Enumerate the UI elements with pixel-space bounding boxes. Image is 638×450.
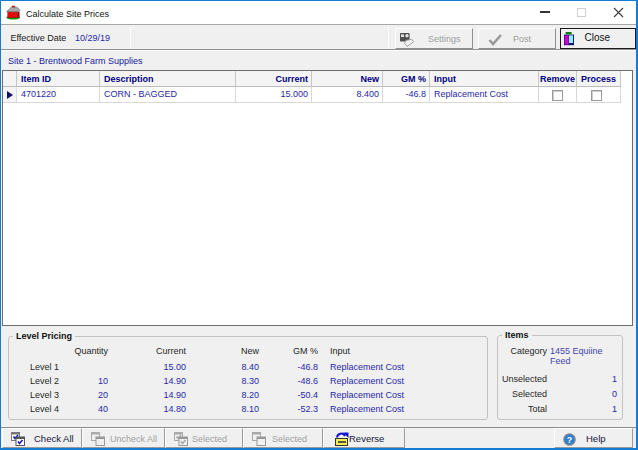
svg-text:?: ?: [567, 435, 573, 445]
